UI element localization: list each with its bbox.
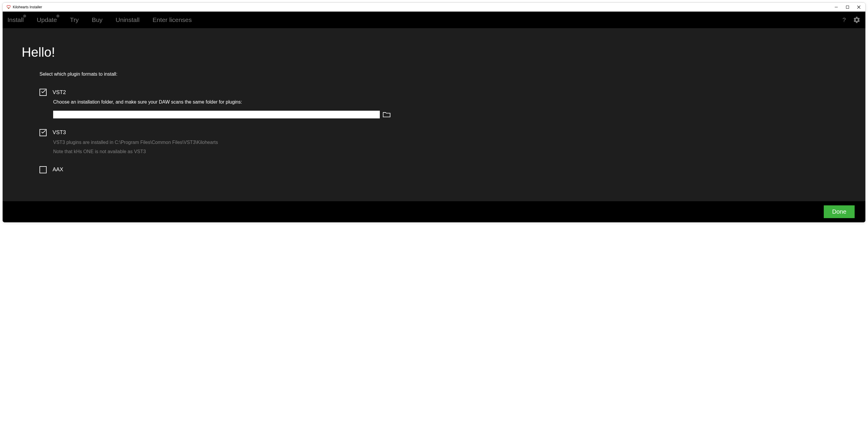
- tab-licenses-label: Enter licenses: [153, 16, 192, 23]
- done-button[interactable]: Done: [824, 205, 855, 218]
- nav-tabs: Install Update Try Buy Uninstall Enter l…: [3, 11, 865, 28]
- window: Kilohearts Installer Install Update: [2, 2, 866, 223]
- vst3-label: VST3: [53, 129, 66, 136]
- format-aax: AAX: [39, 166, 846, 173]
- tab-install-label: Install: [7, 16, 24, 23]
- vst2-label: VST2: [53, 89, 66, 96]
- tab-buy-label: Buy: [92, 16, 102, 23]
- format-vst3-header: VST3: [39, 129, 846, 136]
- tab-install-dot: [23, 14, 26, 18]
- tab-try[interactable]: Try: [70, 12, 85, 28]
- vst3-desc1: VST3 plugins are installed in C:\Program…: [53, 139, 846, 146]
- titlebar-left: Kilohearts Installer: [6, 5, 42, 9]
- tab-buy[interactable]: Buy: [92, 12, 108, 28]
- tab-try-label: Try: [70, 16, 79, 23]
- tab-update-dot: [56, 14, 59, 18]
- footer: Done: [3, 201, 865, 222]
- titlebar-controls: [833, 4, 862, 10]
- tab-uninstall-label: Uninstall: [116, 16, 140, 23]
- vst2-path-input[interactable]: [53, 111, 380, 118]
- titlebar: Kilohearts Installer: [3, 3, 865, 11]
- format-vst2: VST2 Choose an installation folder, and …: [39, 89, 846, 118]
- tab-install[interactable]: Install: [7, 12, 30, 28]
- vst3-desc2: Note that kHs ONE is not available as VS…: [53, 148, 846, 156]
- tab-update[interactable]: Update: [37, 12, 63, 28]
- app-icon: [6, 5, 11, 9]
- format-vst2-header: VST2: [39, 89, 846, 96]
- minimize-button[interactable]: [833, 4, 839, 10]
- checkbox-aax[interactable]: [39, 166, 46, 173]
- close-button[interactable]: [856, 4, 862, 10]
- format-vst3: VST3 VST3 plugins are installed in C:\Pr…: [39, 129, 846, 156]
- window-title: Kilohearts Installer: [13, 5, 42, 9]
- svg-point-0: [8, 7, 9, 8]
- page-title: Hello!: [22, 45, 846, 60]
- tab-enter-licenses[interactable]: Enter licenses: [153, 12, 198, 28]
- vst2-desc: Choose an installation folder, and make …: [53, 98, 846, 106]
- app-body: Install Update Try Buy Uninstall Enter l…: [3, 11, 865, 222]
- aax-label: AAX: [53, 167, 63, 173]
- content: Hello! Select which plugin formats to in…: [3, 28, 865, 201]
- help-icon[interactable]: ?: [842, 16, 846, 24]
- vst2-path-row: [53, 111, 846, 118]
- checkbox-vst2[interactable]: [39, 89, 46, 96]
- maximize-button[interactable]: [844, 4, 850, 10]
- gear-icon[interactable]: [853, 16, 861, 24]
- format-aax-header: AAX: [39, 166, 846, 173]
- tab-update-label: Update: [37, 16, 57, 23]
- checkbox-vst3[interactable]: [39, 129, 46, 136]
- subtitle: Select which plugin formats to install:: [39, 71, 846, 77]
- tab-uninstall[interactable]: Uninstall: [116, 12, 146, 28]
- svg-rect-2: [846, 6, 849, 9]
- nav-right: ?: [842, 16, 861, 24]
- browse-folder-button[interactable]: [382, 111, 391, 118]
